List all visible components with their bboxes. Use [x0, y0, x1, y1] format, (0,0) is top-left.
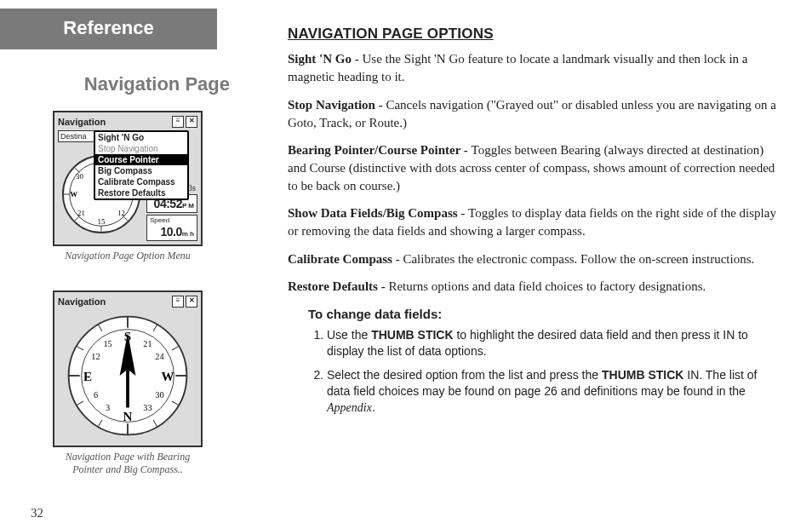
menu-item: Restore Defaults — [95, 187, 187, 198]
svg-text:30: 30 — [76, 172, 83, 181]
option-calibrate-compass: Calibrate Compass - Calibrates the elect… — [288, 250, 780, 268]
page-number: 32 — [31, 506, 43, 520]
screen2-header: Navigation — [58, 296, 106, 307]
svg-text:3: 3 — [106, 403, 110, 412]
svg-text:N: N — [123, 410, 133, 423]
option-show-data-fields: Show Data Fields/Big Compass - Toggles t… — [288, 204, 780, 239]
menu-item-disabled: Stop Navigation — [95, 143, 187, 154]
close-icon: ✕ — [186, 116, 197, 128]
figure-big-compass: Navigation ≡ ✕ — [53, 290, 203, 477]
menu-item: Big Compass — [95, 165, 187, 176]
figure1-caption: Navigation Page Option Menu — [53, 250, 203, 263]
svg-text:15: 15 — [98, 217, 106, 226]
screen1-header: Navigation — [58, 117, 106, 127]
list-icon: ≡ — [172, 116, 184, 128]
list-icon: ≡ — [172, 296, 184, 308]
menu-item: Calibrate Compass — [95, 176, 187, 187]
svg-text:15: 15 — [103, 339, 112, 348]
sub-heading: To change data fields: — [308, 306, 780, 324]
svg-text:W: W — [161, 370, 174, 383]
destination-field: Destina — [58, 130, 95, 142]
step-1: Use the THUMB STICK to highlight the des… — [327, 327, 780, 359]
menu-item-selected: Course Pointer — [95, 154, 187, 165]
page-title: Navigation Page — [0, 73, 230, 95]
svg-text:24: 24 — [155, 352, 163, 361]
close-icon: ✕ — [186, 296, 197, 308]
option-stop-navigation: Stop Navigation - Cancels navigation ("G… — [288, 96, 780, 131]
option-restore-defaults: Restore Defaults - Returns options and d… — [288, 278, 780, 296]
section-heading: NAVIGATION PAGE OPTIONS — [288, 24, 780, 43]
steps-list: Use the THUMB STICK to highlight the des… — [308, 327, 780, 417]
screen1-icons: ≡ ✕ — [172, 116, 197, 128]
svg-text:21: 21 — [77, 209, 85, 217]
option-bearing-course: Bearing Pointer/Course Pointer - Toggles… — [288, 141, 780, 194]
reference-tab: Reference — [0, 9, 217, 49]
svg-text:6: 6 — [94, 390, 98, 400]
screen2-icons: ≡ ✕ — [172, 296, 197, 308]
figure-nav-menu: Navigation ≡ ✕ Destina — [53, 111, 203, 263]
svg-text:12: 12 — [91, 352, 100, 361]
menu-item: Sight 'N Go — [95, 132, 187, 143]
step-2: Select the desired option from the list … — [327, 367, 780, 417]
svg-text:12: 12 — [117, 209, 125, 217]
svg-text:W: W — [70, 190, 77, 198]
svg-text:30: 30 — [155, 390, 163, 400]
figure2-caption: Navigation Page with Bearing Pointer and… — [53, 451, 203, 477]
svg-text:33: 33 — [143, 403, 152, 412]
speed-field: Speed 10.0m h — [146, 215, 197, 241]
svg-text:21: 21 — [143, 339, 152, 348]
svg-text:E: E — [83, 370, 92, 383]
compass-large: S W N E 21 24 30 33 3 6 12 15 — [64, 312, 192, 440]
option-sight-n-go: Sight 'N Go - Use the Sight 'N Go featur… — [288, 50, 780, 85]
options-menu: Sight 'N Go Stop Navigation Course Point… — [94, 130, 189, 200]
